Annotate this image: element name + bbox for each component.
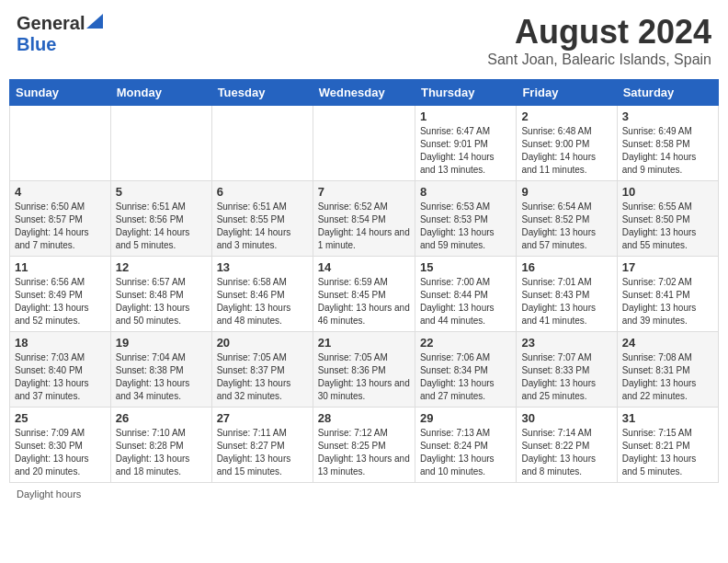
day-number: 24 — [622, 336, 713, 350]
calendar-cell — [211, 106, 313, 181]
column-header-sunday: Sunday — [10, 80, 111, 106]
week-row-5: 25Sunrise: 7:09 AM Sunset: 8:30 PM Dayli… — [10, 408, 719, 483]
logo-text-general: General — [17, 13, 85, 34]
calendar-cell: 3Sunrise: 6:49 AM Sunset: 8:58 PM Daylig… — [617, 106, 718, 181]
column-header-tuesday: Tuesday — [211, 80, 313, 106]
day-info: Sunrise: 6:58 AM Sunset: 8:46 PM Dayligh… — [217, 276, 308, 327]
day-info: Sunrise: 6:51 AM Sunset: 8:55 PM Dayligh… — [217, 201, 308, 252]
day-info: Sunrise: 7:00 AM Sunset: 8:44 PM Dayligh… — [420, 276, 511, 327]
day-number: 13 — [217, 260, 308, 274]
day-number: 21 — [318, 336, 410, 350]
logo-text-blue: Blue — [17, 34, 56, 54]
calendar-cell: 6Sunrise: 6:51 AM Sunset: 8:55 PM Daylig… — [211, 181, 313, 257]
column-header-friday: Friday — [517, 80, 617, 106]
day-info: Sunrise: 7:01 AM Sunset: 8:43 PM Dayligh… — [521, 276, 611, 327]
calendar-cell: 14Sunrise: 6:59 AM Sunset: 8:45 PM Dayli… — [313, 257, 415, 332]
day-info: Sunrise: 7:14 AM Sunset: 8:22 PM Dayligh… — [521, 427, 611, 478]
day-info: Sunrise: 6:53 AM Sunset: 8:53 PM Dayligh… — [420, 201, 511, 252]
calendar-cell — [10, 106, 111, 181]
day-number: 22 — [420, 336, 511, 350]
day-info: Sunrise: 7:10 AM Sunset: 8:28 PM Dayligh… — [116, 427, 207, 478]
calendar-header-row: SundayMondayTuesdayWednesdayThursdayFrid… — [10, 80, 719, 106]
day-info: Sunrise: 6:56 AM Sunset: 8:49 PM Dayligh… — [15, 276, 106, 327]
calendar-cell: 4Sunrise: 6:50 AM Sunset: 8:57 PM Daylig… — [10, 181, 111, 257]
calendar-cell: 5Sunrise: 6:51 AM Sunset: 8:56 PM Daylig… — [110, 181, 211, 257]
page-header: General Blue August 2024 Sant Joan, Bale… — [9, 9, 719, 72]
calendar-cell: 2Sunrise: 6:48 AM Sunset: 9:00 PM Daylig… — [517, 106, 617, 181]
day-info: Sunrise: 7:07 AM Sunset: 8:33 PM Dayligh… — [521, 351, 611, 403]
day-info: Sunrise: 6:59 AM Sunset: 8:45 PM Dayligh… — [318, 276, 410, 327]
day-number: 15 — [420, 260, 511, 274]
calendar-cell: 18Sunrise: 7:03 AM Sunset: 8:40 PM Dayli… — [10, 332, 111, 408]
day-number: 20 — [217, 336, 308, 350]
calendar-cell: 16Sunrise: 7:01 AM Sunset: 8:43 PM Dayli… — [517, 257, 617, 332]
calendar-cell — [110, 106, 211, 181]
day-number: 19 — [116, 336, 207, 350]
day-number: 25 — [15, 411, 106, 425]
calendar-table: SundayMondayTuesdayWednesdayThursdayFrid… — [9, 79, 719, 483]
day-number: 18 — [15, 336, 106, 350]
calendar-cell: 19Sunrise: 7:04 AM Sunset: 8:38 PM Dayli… — [110, 332, 211, 408]
calendar-cell: 24Sunrise: 7:08 AM Sunset: 8:31 PM Dayli… — [617, 332, 718, 408]
logo: General Blue — [17, 13, 103, 55]
calendar-cell: 11Sunrise: 6:56 AM Sunset: 8:49 PM Dayli… — [10, 257, 111, 332]
title-area: August 2024 Sant Joan, Balearic Islands,… — [487, 13, 711, 68]
day-number: 29 — [420, 411, 511, 425]
day-info: Sunrise: 7:12 AM Sunset: 8:25 PM Dayligh… — [318, 427, 410, 478]
day-info: Sunrise: 6:47 AM Sunset: 9:01 PM Dayligh… — [420, 125, 511, 177]
calendar-cell: 9Sunrise: 6:54 AM Sunset: 8:52 PM Daylig… — [517, 181, 617, 257]
calendar-cell: 12Sunrise: 6:57 AM Sunset: 8:48 PM Dayli… — [110, 257, 211, 332]
calendar-cell: 28Sunrise: 7:12 AM Sunset: 8:25 PM Dayli… — [313, 408, 415, 483]
day-number: 5 — [116, 185, 207, 199]
day-number: 8 — [420, 185, 511, 199]
day-number: 6 — [217, 185, 308, 199]
week-row-2: 4Sunrise: 6:50 AM Sunset: 8:57 PM Daylig… — [10, 181, 719, 257]
daylight-hours-label: Daylight hours — [17, 488, 81, 500]
day-number: 9 — [521, 185, 611, 199]
day-number: 2 — [521, 109, 611, 123]
day-number: 17 — [622, 260, 713, 274]
logo-triangle-icon — [86, 14, 103, 32]
week-row-4: 18Sunrise: 7:03 AM Sunset: 8:40 PM Dayli… — [10, 332, 719, 408]
day-number: 26 — [116, 411, 207, 425]
calendar-cell: 15Sunrise: 7:00 AM Sunset: 8:44 PM Dayli… — [415, 257, 516, 332]
day-number: 10 — [622, 185, 713, 199]
svg-marker-0 — [86, 14, 103, 29]
day-info: Sunrise: 7:05 AM Sunset: 8:36 PM Dayligh… — [318, 351, 410, 403]
calendar-cell: 23Sunrise: 7:07 AM Sunset: 8:33 PM Dayli… — [517, 332, 617, 408]
day-number: 1 — [420, 109, 511, 123]
day-info: Sunrise: 7:15 AM Sunset: 8:21 PM Dayligh… — [622, 427, 713, 478]
footer: Daylight hours — [9, 488, 719, 500]
calendar-subtitle: Sant Joan, Balearic Islands, Spain — [487, 52, 711, 68]
calendar-cell: 26Sunrise: 7:10 AM Sunset: 8:28 PM Dayli… — [110, 408, 211, 483]
day-number: 4 — [15, 185, 106, 199]
calendar-cell: 17Sunrise: 7:02 AM Sunset: 8:41 PM Dayli… — [617, 257, 718, 332]
day-number: 11 — [15, 260, 106, 274]
day-info: Sunrise: 7:03 AM Sunset: 8:40 PM Dayligh… — [15, 351, 106, 403]
day-info: Sunrise: 7:04 AM Sunset: 8:38 PM Dayligh… — [116, 351, 207, 403]
day-number: 28 — [318, 411, 410, 425]
column-header-monday: Monday — [110, 80, 211, 106]
day-info: Sunrise: 7:02 AM Sunset: 8:41 PM Dayligh… — [622, 276, 713, 327]
day-info: Sunrise: 6:57 AM Sunset: 8:48 PM Dayligh… — [116, 276, 207, 327]
calendar-cell: 13Sunrise: 6:58 AM Sunset: 8:46 PM Dayli… — [211, 257, 313, 332]
day-number: 12 — [116, 260, 207, 274]
day-info: Sunrise: 7:06 AM Sunset: 8:34 PM Dayligh… — [420, 351, 511, 403]
calendar-cell: 21Sunrise: 7:05 AM Sunset: 8:36 PM Dayli… — [313, 332, 415, 408]
day-info: Sunrise: 7:08 AM Sunset: 8:31 PM Dayligh… — [622, 351, 713, 403]
day-info: Sunrise: 7:05 AM Sunset: 8:37 PM Dayligh… — [217, 351, 308, 403]
calendar-cell: 8Sunrise: 6:53 AM Sunset: 8:53 PM Daylig… — [415, 181, 516, 257]
day-number: 31 — [622, 411, 713, 425]
day-number: 3 — [622, 109, 713, 123]
calendar-cell: 25Sunrise: 7:09 AM Sunset: 8:30 PM Dayli… — [10, 408, 111, 483]
calendar-body: 1Sunrise: 6:47 AM Sunset: 9:01 PM Daylig… — [10, 106, 719, 483]
calendar-cell: 30Sunrise: 7:14 AM Sunset: 8:22 PM Dayli… — [517, 408, 617, 483]
column-header-wednesday: Wednesday — [313, 80, 415, 106]
day-info: Sunrise: 6:55 AM Sunset: 8:50 PM Dayligh… — [622, 201, 713, 252]
column-header-thursday: Thursday — [415, 80, 516, 106]
day-info: Sunrise: 6:48 AM Sunset: 9:00 PM Dayligh… — [521, 125, 611, 177]
day-info: Sunrise: 7:11 AM Sunset: 8:27 PM Dayligh… — [217, 427, 308, 478]
calendar-cell: 29Sunrise: 7:13 AM Sunset: 8:24 PM Dayli… — [415, 408, 516, 483]
calendar-cell: 1Sunrise: 6:47 AM Sunset: 9:01 PM Daylig… — [415, 106, 516, 181]
day-info: Sunrise: 6:50 AM Sunset: 8:57 PM Dayligh… — [15, 201, 106, 252]
